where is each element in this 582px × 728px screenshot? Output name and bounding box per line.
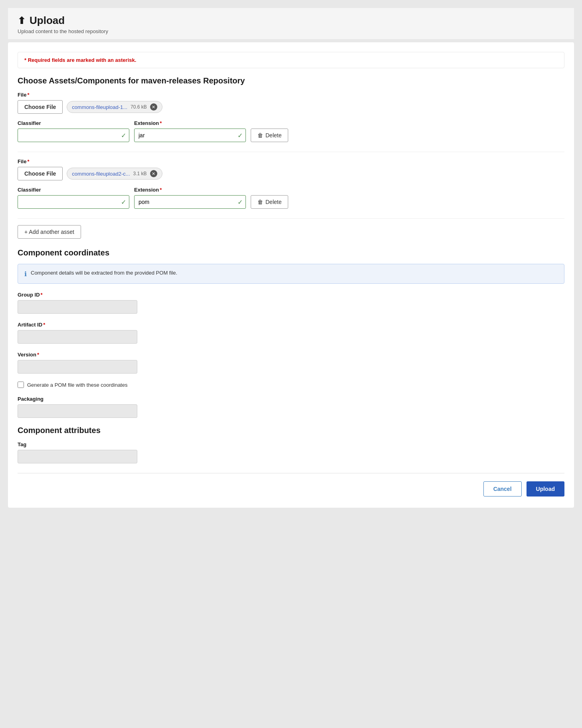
required-star-version: * <box>37 352 39 358</box>
delete-button-1[interactable]: 🗑 Delete <box>251 129 288 142</box>
required-star-group-id: * <box>41 292 43 298</box>
component-coordinates-title: Component coordinates <box>18 248 564 257</box>
artifact-id-label: Artifact ID* <box>18 322 564 328</box>
extension-group-1: Extension* ✓ <box>134 120 246 142</box>
artifact-id-input[interactable] <box>18 330 137 344</box>
file-chip-size-2: 3.1 kB <box>133 171 147 176</box>
cancel-button[interactable]: Cancel <box>483 481 522 497</box>
upload-icon: ⬆︎ <box>18 15 26 26</box>
file-chip-close-1[interactable]: ✕ <box>150 103 157 111</box>
file-chip-2: commons-fileupload2-c... 3.1 kB ✕ <box>67 168 162 180</box>
group-id-field: Group ID* <box>18 292 564 314</box>
classifier-group-2: Classifier ✓ <box>18 187 129 209</box>
extension-input-wrapper-1: ✓ <box>134 129 246 142</box>
choose-file-button-2[interactable]: Choose File <box>18 167 63 180</box>
required-star-1: * <box>27 92 29 98</box>
tag-label: Tag <box>18 441 564 447</box>
generate-pom-label[interactable]: Generate a POM file with these coordinat… <box>27 382 127 388</box>
classifier-input-1[interactable] <box>18 129 129 142</box>
page-subtitle: Upload content to the hosted repository <box>18 28 564 34</box>
trash-icon-2: 🗑 <box>257 199 263 205</box>
version-label: Version* <box>18 352 564 358</box>
required-star-artifact-id: * <box>43 322 45 328</box>
info-banner: ℹ Component details will be extracted fr… <box>18 264 564 284</box>
required-star-ext-2: * <box>160 187 162 193</box>
extension-label-2: Extension* <box>134 187 246 193</box>
extension-input-2[interactable] <box>134 195 246 209</box>
tag-field: Tag <box>18 441 564 463</box>
file-chip-name-2: commons-fileupload2-c... <box>72 171 130 177</box>
page-header: ⬆︎ Upload Upload content to the hosted r… <box>8 8 574 39</box>
generate-pom-checkbox[interactable] <box>18 382 24 388</box>
footer-actions: Cancel Upload <box>18 473 564 498</box>
classifier-label-2: Classifier <box>18 187 129 193</box>
file-row-1: Choose File commons-fileupload-1... 70.6… <box>18 100 564 114</box>
generate-pom-row: Generate a POM file with these coordinat… <box>18 382 564 388</box>
classifier-input-wrapper-2: ✓ <box>18 195 129 209</box>
version-input[interactable] <box>18 360 137 374</box>
packaging-field: Packaging <box>18 396 564 418</box>
classifier-input-2[interactable] <box>18 195 129 209</box>
trash-icon-1: 🗑 <box>257 132 263 138</box>
group-id-label: Group ID* <box>18 292 564 298</box>
packaging-label: Packaging <box>18 396 564 402</box>
page-title: ⬆︎ Upload <box>18 14 564 27</box>
component-attributes-title: Component attributes <box>18 426 564 435</box>
add-another-asset-button[interactable]: + Add another asset <box>18 225 81 239</box>
file-label-1: File* <box>18 92 564 98</box>
required-star-2: * <box>27 158 29 164</box>
group-id-input[interactable] <box>18 300 137 314</box>
packaging-input[interactable] <box>18 404 137 418</box>
info-text: Component details will be extracted from… <box>31 270 177 276</box>
required-star-ext-1: * <box>160 120 162 126</box>
file-chip-name-1: commons-fileupload-1... <box>72 104 127 110</box>
file-chip-close-2[interactable]: ✕ <box>150 170 157 177</box>
info-icon: ℹ <box>24 270 27 278</box>
extension-input-wrapper-2: ✓ <box>134 195 246 209</box>
classifier-group-1: Classifier ✓ <box>18 120 129 142</box>
file-chip-size-1: 70.6 kB <box>131 104 147 110</box>
version-field: Version* <box>18 352 564 374</box>
asset-block-2: File* Choose File commons-fileupload2-c.… <box>18 158 564 219</box>
fields-row-2: Classifier ✓ Extension* ✓ 🗑 Delete <box>18 187 564 209</box>
fields-row-1: Classifier ✓ Extension* ✓ 🗑 Delete <box>18 120 564 142</box>
upload-button[interactable]: Upload <box>527 481 564 497</box>
tag-input[interactable] <box>18 450 137 463</box>
extension-label-1: Extension* <box>134 120 246 126</box>
file-label-2: File* <box>18 158 564 164</box>
extension-input-1[interactable] <box>134 129 246 142</box>
file-chip-1: commons-fileupload-1... 70.6 kB ✕ <box>67 101 162 113</box>
artifact-id-field: Artifact ID* <box>18 322 564 344</box>
extension-group-2: Extension* ✓ <box>134 187 246 209</box>
asset-block-1: File* Choose File commons-fileupload-1..… <box>18 92 564 152</box>
section-title: Choose Assets/Components for maven-relea… <box>18 76 564 85</box>
asterisk-note: * Required fields are marked with an ast… <box>24 57 136 63</box>
file-row-2: Choose File commons-fileupload2-c... 3.1… <box>18 167 564 180</box>
choose-file-button-1[interactable]: Choose File <box>18 100 63 114</box>
classifier-label-1: Classifier <box>18 120 129 126</box>
classifier-input-wrapper-1: ✓ <box>18 129 129 142</box>
required-note: * Required fields are marked with an ast… <box>18 52 564 68</box>
main-card: * Required fields are marked with an ast… <box>8 42 574 508</box>
delete-button-2[interactable]: 🗑 Delete <box>251 195 288 209</box>
